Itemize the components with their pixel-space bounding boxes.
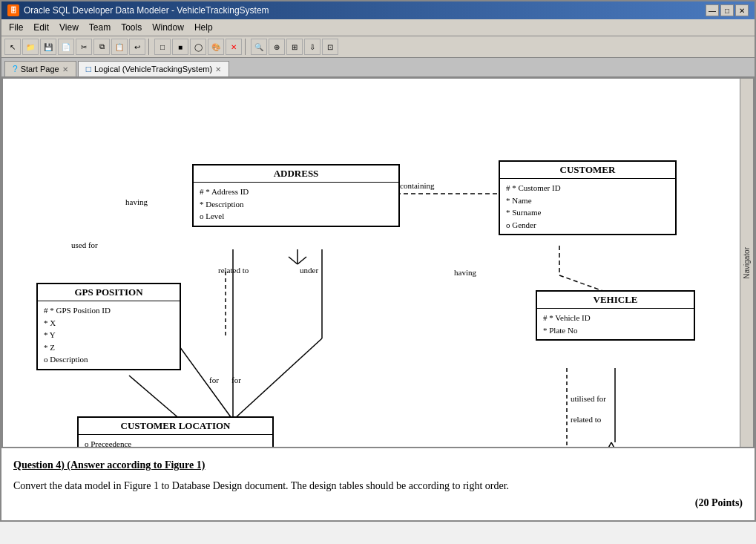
tool-open[interactable]: 📁 bbox=[22, 39, 39, 55]
tool-cut[interactable]: ✂ bbox=[76, 39, 92, 55]
label-for1: for bbox=[209, 376, 219, 384]
question-title: Question 4) (Answer according to Figure … bbox=[13, 457, 743, 473]
menu-bar: File Edit View Team Tools Window Help bbox=[1, 19, 755, 36]
gps-field-0: # * GPS Position ID bbox=[44, 304, 174, 317]
tab-start-close[interactable]: ✕ bbox=[62, 65, 68, 73]
customer-field-3: o Gender bbox=[506, 219, 669, 232]
entity-vehicle[interactable]: VEHICLE # * Vehicle ID * Plate No bbox=[536, 290, 695, 341]
menu-team[interactable]: Team bbox=[85, 21, 115, 34]
entity-address-title: ADDRESS bbox=[194, 166, 398, 183]
tab-logical-close[interactable]: ✕ bbox=[215, 65, 221, 73]
minimize-button[interactable]: — bbox=[706, 4, 719, 16]
menu-help[interactable]: Help bbox=[190, 21, 217, 34]
diagram-svg bbox=[3, 79, 753, 447]
entity-gps-body: # * GPS Position ID * X * Y * Z o Descri… bbox=[38, 301, 180, 369]
window-controls[interactable]: — □ ✕ bbox=[706, 4, 749, 16]
tool-cursor[interactable]: ↖ bbox=[4, 39, 21, 55]
toolbar: ↖ 📁 💾 📄 ✂ ⧉ 📋 ↩ □ ■ ◯ 🎨 ✕ 🔍 ⊕ ⊞ ⇩ ⊡ bbox=[1, 36, 755, 58]
title-bar-left: 🗄 Oracle SQL Developer Data Modeler - Ve… bbox=[7, 4, 269, 16]
window-title: Oracle SQL Developer Data Modeler - Vehi… bbox=[24, 5, 269, 16]
entity-vehicle-body: # * Vehicle ID * Plate No bbox=[537, 309, 694, 339]
tool-red[interactable]: ✕ bbox=[226, 39, 242, 55]
tab-start-label: Start Page bbox=[21, 65, 59, 73]
tool-fit[interactable]: ⊕ bbox=[269, 39, 285, 55]
gps-field-3: * Z bbox=[44, 341, 174, 354]
vehicle-field-0: # * Vehicle ID bbox=[543, 312, 688, 324]
label-containing1: containing bbox=[400, 181, 434, 190]
toolbar-separator-2 bbox=[245, 39, 248, 55]
tool-color[interactable]: 🎨 bbox=[208, 39, 224, 55]
label-for2: for bbox=[231, 376, 241, 384]
gps-field-1: * X bbox=[44, 317, 174, 330]
tool-paste[interactable]: 📋 bbox=[111, 39, 128, 55]
tool-copy[interactable]: ⧉ bbox=[93, 39, 110, 55]
question-points: (20 Points) bbox=[695, 497, 743, 508]
toolbar-separator-1 bbox=[148, 39, 151, 55]
vehicle-field-1: * Plate No bbox=[543, 324, 688, 337]
address-field-2: o Level bbox=[200, 210, 392, 223]
entity-address-body: # * Address ID * Description o Level bbox=[194, 183, 398, 226]
svg-line-17 bbox=[606, 442, 611, 447]
question-body: Convert the data model in Figure 1 to Da… bbox=[13, 478, 509, 494]
diagram-area: containing having related to under havin… bbox=[1, 77, 755, 448]
entity-customer[interactable]: CUSTOMER # * Customer ID * Name * Surnam… bbox=[499, 160, 677, 235]
menu-file[interactable]: File bbox=[4, 21, 27, 34]
tool-box2[interactable]: ■ bbox=[172, 39, 188, 55]
label-related-to2: related to bbox=[571, 415, 601, 424]
customer-field-0: # * Customer ID bbox=[506, 182, 669, 194]
tool-box[interactable]: □ bbox=[154, 39, 171, 55]
svg-line-21 bbox=[289, 257, 298, 264]
menu-edit[interactable]: Edit bbox=[29, 21, 53, 34]
navigator-label: Navigator bbox=[743, 247, 751, 279]
entity-gps-title: GPS POSITION bbox=[38, 284, 180, 301]
tab-logical-label: Logical (VehicleTrackingSystem) bbox=[94, 65, 212, 73]
tab-bar: ? Start Page ✕ □ Logical (VehicleTrackin… bbox=[1, 58, 755, 77]
svg-line-6 bbox=[174, 338, 233, 420]
label-used-for: used for bbox=[71, 240, 98, 249]
entity-vehicle-title: VEHICLE bbox=[537, 292, 694, 309]
label-utilised-for: utilised for bbox=[571, 394, 606, 403]
menu-view[interactable]: View bbox=[55, 21, 83, 34]
tool-ellipse[interactable]: ◯ bbox=[190, 39, 206, 55]
tool-zoom-in[interactable]: 🔍 bbox=[251, 39, 267, 55]
menu-window[interactable]: Window bbox=[148, 21, 188, 34]
svg-line-18 bbox=[611, 442, 617, 447]
tool-undo[interactable]: ↩ bbox=[129, 39, 145, 55]
gps-field-2: * Y bbox=[44, 329, 174, 341]
close-button[interactable]: ✕ bbox=[735, 4, 749, 16]
tool-new[interactable]: 📄 bbox=[58, 39, 74, 55]
entity-gps-position[interactable]: GPS POSITION # * GPS Position ID * X * Y… bbox=[36, 283, 181, 370]
entity-customer-title: CUSTOMER bbox=[500, 162, 675, 179]
customer-field-1: * Name bbox=[506, 194, 669, 207]
gps-field-4: o Description bbox=[44, 353, 174, 366]
entity-customer-location[interactable]: CUSTOMER LOCATION o Preceedence bbox=[77, 416, 274, 448]
svg-line-5 bbox=[233, 338, 322, 420]
label-having1: having bbox=[454, 268, 476, 277]
entity-customer-location-title: CUSTOMER LOCATION bbox=[79, 418, 272, 435]
label-under1: under bbox=[300, 266, 318, 275]
navigator-panel: Navigator bbox=[740, 79, 753, 447]
entity-address[interactable]: ADDRESS # * Address ID * Description o L… bbox=[192, 164, 400, 227]
customer-field-2: * Surname bbox=[506, 206, 669, 219]
tool-save[interactable]: 💾 bbox=[40, 39, 56, 55]
tool-grid[interactable]: ⊞ bbox=[286, 39, 303, 55]
menu-tools[interactable]: Tools bbox=[116, 21, 146, 34]
question-row: Convert the data model in Figure 1 to Da… bbox=[13, 478, 743, 494]
address-field-1: * Description bbox=[200, 198, 392, 211]
application-window: 🗄 Oracle SQL Developer Data Modeler - Ve… bbox=[0, 0, 756, 522]
svg-line-22 bbox=[298, 257, 306, 264]
address-field-0: # * Address ID bbox=[200, 186, 392, 198]
question-area: Question 4) (Answer according to Figure … bbox=[1, 448, 755, 520]
label-having2: having bbox=[125, 197, 148, 206]
maximize-button[interactable]: □ bbox=[720, 4, 734, 16]
app-icon: 🗄 bbox=[7, 4, 19, 16]
tool-export[interactable]: ⊡ bbox=[322, 39, 338, 55]
entity-customer-location-body: o Preceedence bbox=[79, 435, 272, 448]
tab-logical[interactable]: □ Logical (VehicleTrackingSystem) ✕ bbox=[78, 61, 229, 76]
entity-customer-body: # * Customer ID * Name * Surname o Gende… bbox=[500, 179, 675, 234]
svg-line-7 bbox=[129, 376, 181, 420]
label-related-to1: related to bbox=[218, 266, 249, 275]
cl-field-0: o Preceedence bbox=[85, 438, 266, 448]
tool-import[interactable]: ⇩ bbox=[304, 39, 321, 55]
tab-start-page[interactable]: ? Start Page ✕ bbox=[4, 61, 76, 76]
